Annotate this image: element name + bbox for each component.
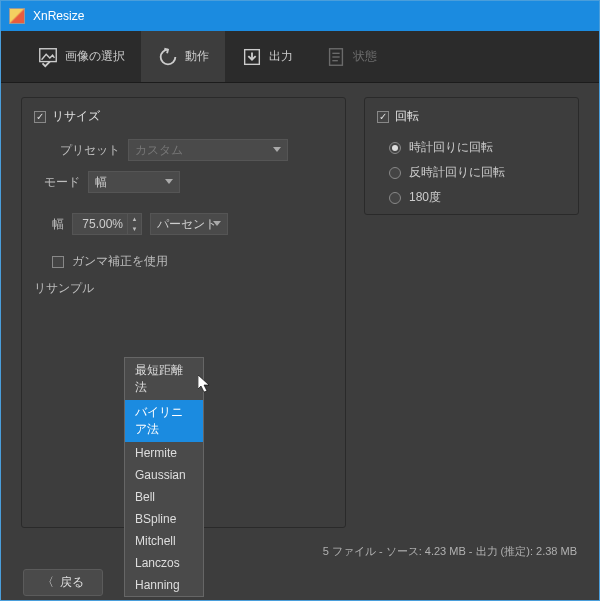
mode-label: モード [34,174,80,191]
app-icon [9,8,25,24]
chevron-left-icon: 〈 [42,574,54,591]
back-label: 戻る [60,574,84,591]
resample-label: リサンプル [34,280,94,297]
preset-select[interactable]: カスタム [128,139,288,161]
resample-option[interactable]: Bell [125,486,203,508]
unit-select[interactable]: パーセント [150,213,228,235]
actions-icon [157,46,179,68]
tab-label: 出力 [269,48,293,65]
rotate-title: 回転 [395,108,419,125]
rotate-ccw-option[interactable]: 反時計回りに回転 [389,164,566,181]
resize-title-row: リサイズ [34,108,333,125]
preset-value: カスタム [135,142,183,159]
dimension-label: 幅 [34,216,64,233]
resample-option[interactable]: Hermite [125,442,203,464]
rotate-180-option[interactable]: 180度 [389,189,566,206]
titlebar: XnResize [1,1,599,31]
dimension-value: 75.00% [82,217,123,231]
resample-option[interactable]: 最短距離法 [125,358,203,400]
chevron-down-icon [165,179,173,184]
rotate-ccw-label: 反時計回りに回転 [409,164,505,181]
tab-label: 状態 [353,48,377,65]
status-icon [325,46,347,68]
resample-option[interactable]: BSpline [125,508,203,530]
mouse-cursor-icon [198,375,212,395]
app-window: XnResize 画像の選択 動作 出力 状態 リサイズ プリセット [0,0,600,601]
rotate-panel: 回転 時計回りに回転 反時計回りに回転 180度 [364,97,579,215]
resample-option[interactable]: Lanczos [125,552,203,574]
resample-option[interactable]: Mitchell [125,530,203,552]
resize-title: リサイズ [52,108,100,125]
tab-output[interactable]: 出力 [225,31,309,82]
rotate-title-row: 回転 [377,108,566,125]
window-title: XnResize [33,9,84,23]
resize-enable-checkbox[interactable] [34,111,46,123]
unit-value: パーセント [157,216,217,233]
tab-label: 動作 [185,48,209,65]
resample-option[interactable]: Hanning [125,574,203,596]
rotate-cw-label: 時計回りに回転 [409,139,493,156]
spin-down[interactable]: ▼ [128,224,141,234]
resample-dropdown[interactable]: 最短距離法バイリニア法HermiteGaussianBellBSplineMit… [124,357,204,597]
mode-value: 幅 [95,174,107,191]
preset-label: プリセット [60,142,120,159]
radio-ccw[interactable] [389,167,401,179]
svg-marker-6 [198,375,209,392]
resample-option[interactable]: Gaussian [125,464,203,486]
status-line: 5 ファイル - ソース: 4.23 MB - 出力 (推定): 2.38 MB [23,544,577,559]
back-button[interactable]: 〈 戻る [23,569,103,596]
spin-up[interactable]: ▲ [128,214,141,224]
chevron-down-icon [273,147,281,152]
footer: 5 ファイル - ソース: 4.23 MB - 出力 (推定): 2.38 MB… [1,538,599,600]
rotate-cw-option[interactable]: 時計回りに回転 [389,139,566,156]
dimension-spinner[interactable]: 75.00% ▲▼ [72,213,142,235]
chevron-down-icon [213,221,221,226]
tabs: 画像の選択 動作 出力 状態 [1,31,599,83]
output-icon [241,46,263,68]
resample-option[interactable]: バイリニア法 [125,400,203,442]
image-select-icon [37,46,59,68]
gamma-label: ガンマ補正を使用 [72,253,168,270]
tab-select-images[interactable]: 画像の選択 [21,31,141,82]
radio-180[interactable] [389,192,401,204]
rotate-enable-checkbox[interactable] [377,111,389,123]
rotate-180-label: 180度 [409,189,441,206]
mode-select[interactable]: 幅 [88,171,180,193]
tab-actions[interactable]: 動作 [141,31,225,82]
tab-label: 画像の選択 [65,48,125,65]
gamma-checkbox[interactable] [52,256,64,268]
tab-status[interactable]: 状態 [309,31,393,82]
radio-cw[interactable] [389,142,401,154]
content-area: リサイズ プリセット カスタム モード 幅 幅 75.00% [1,83,599,538]
